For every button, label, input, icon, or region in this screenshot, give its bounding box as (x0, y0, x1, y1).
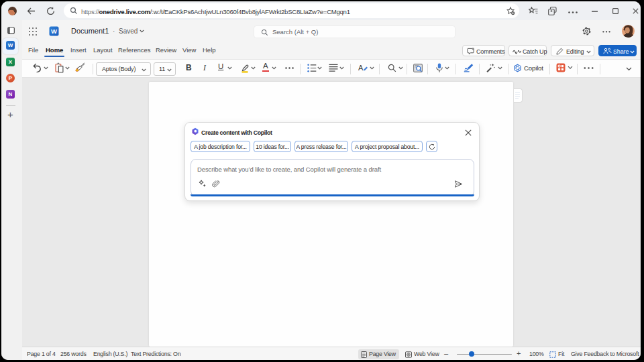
svg-text:W: W (51, 27, 57, 35)
svg-text:A: A (358, 64, 364, 72)
